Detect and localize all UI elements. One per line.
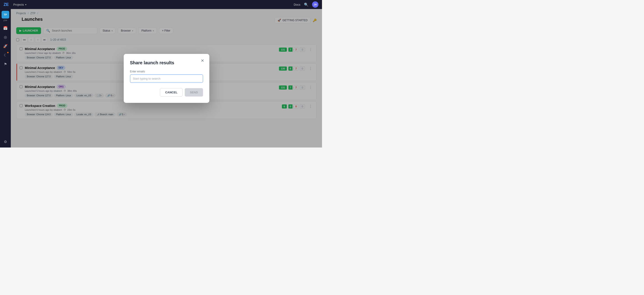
workspace-avatar[interactable]: TP bbox=[2, 11, 9, 19]
sidebar-item-rocket[interactable]: 🚀 bbox=[1, 42, 10, 50]
modal-title: Share launch results bbox=[130, 60, 203, 65]
projects-menu[interactable]: Projects ▾ bbox=[13, 3, 26, 6]
share-modal: Share launch results ✕ Enter emails CANC… bbox=[124, 54, 209, 103]
email-input[interactable] bbox=[130, 74, 203, 83]
modal-actions: CANCEL SEND bbox=[130, 88, 203, 97]
user-avatar[interactable]: JA bbox=[312, 1, 318, 8]
app-logo: ZE bbox=[4, 2, 9, 7]
projects-label: Projects bbox=[13, 3, 24, 6]
docs-link[interactable]: Docs bbox=[294, 3, 300, 6]
top-nav-right: Docs 🔍 JA bbox=[294, 1, 318, 8]
sidebar: TP ZTP 📅 ◎ 🚀 ☾ ⚑ ⚙ bbox=[0, 9, 11, 148]
content-area: Projects / ZTP / Launches 🚀 GETTING STAR… bbox=[11, 9, 322, 148]
modal-overlay: Share launch results ✕ Enter emails CANC… bbox=[11, 9, 322, 148]
cancel-button[interactable]: CANCEL bbox=[160, 88, 182, 97]
top-nav: ZE Projects ▾ Docs 🔍 JA bbox=[0, 0, 322, 9]
workspace-label: ZTP bbox=[2, 20, 9, 22]
main-layout: TP ZTP 📅 ◎ 🚀 ☾ ⚑ ⚙ Projects / ZTP / Laun… bbox=[0, 9, 322, 148]
modal-close-button[interactable]: ✕ bbox=[200, 58, 206, 64]
send-button[interactable]: SEND bbox=[185, 88, 203, 97]
sidebar-item-moon[interactable]: ☾ bbox=[1, 51, 10, 59]
sidebar-item-calendar[interactable]: 📅 bbox=[1, 24, 10, 32]
email-label: Enter emails bbox=[130, 70, 203, 73]
projects-chevron-icon: ▾ bbox=[25, 4, 26, 6]
sidebar-item-chart[interactable]: ◎ bbox=[1, 33, 10, 41]
search-icon[interactable]: 🔍 bbox=[304, 3, 308, 7]
sidebar-item-gear[interactable]: ⚙ bbox=[1, 138, 10, 146]
sidebar-item-flag[interactable]: ⚑ bbox=[1, 60, 10, 68]
